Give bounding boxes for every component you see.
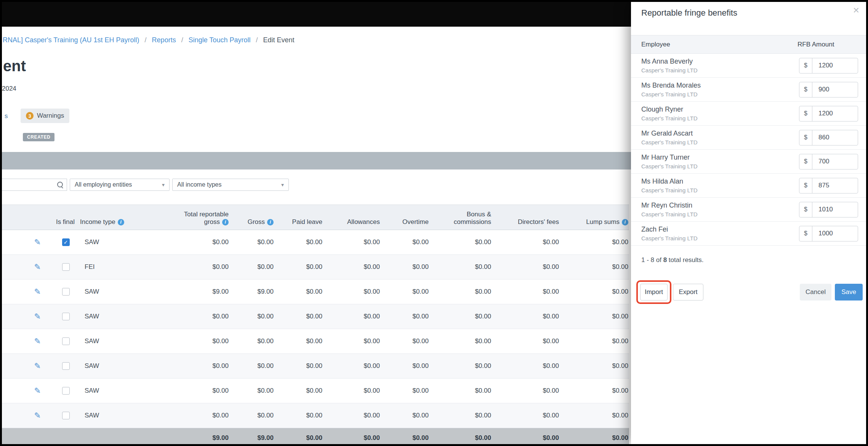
rfb-amount-input[interactable]: [812, 226, 858, 241]
rfb-employee-row: Zach Fei Casper's Training LTD $: [631, 222, 866, 246]
import-button[interactable]: Import: [640, 284, 668, 301]
info-icon[interactable]: i: [118, 219, 124, 225]
rfb-amount-input[interactable]: [812, 178, 858, 193]
income-type-cell: SAW: [80, 230, 149, 255]
results-summary: 1 - 8 of 8 total results.: [641, 256, 704, 264]
income-types-dropdown[interactable]: All income types ▾: [172, 179, 289, 191]
paid-leave-cell: $0.00: [274, 230, 323, 255]
breadcrumb-stp-link[interactable]: Single Touch Payroll: [189, 36, 251, 44]
is-final-checkbox[interactable]: ✓: [62, 313, 70, 320]
rfb-employee-row: Ms Hilda Alan Casper's Training LTD $: [631, 174, 866, 198]
gross-total: $9.00: [229, 428, 274, 444]
edit-pencil-icon[interactable]: ✎: [34, 337, 41, 345]
chevron-down-icon: ▾: [281, 182, 284, 188]
rfb-amount-input[interactable]: [812, 154, 858, 169]
bonus-commissions-cell: $0.00: [429, 304, 492, 329]
edit-pencil-icon[interactable]: ✎: [34, 287, 41, 296]
top-nav-bar: [2, 2, 631, 27]
edit-pencil-icon[interactable]: ✎: [34, 238, 41, 246]
is-final-checkbox[interactable]: ✓: [62, 238, 70, 246]
search-input[interactable]: [2, 179, 56, 191]
employee-company: Casper's Training LTD: [641, 115, 698, 121]
rfb-amount-input-group: $: [799, 82, 858, 98]
cancel-button[interactable]: Cancel: [800, 284, 831, 301]
paid-leave-cell: $0.00: [274, 403, 323, 428]
overtime-cell: $0.00: [381, 280, 429, 304]
close-icon[interactable]: ×: [853, 4, 859, 16]
rfb-employee-row: Ms Brenda Morales Casper's Training LTD …: [631, 78, 866, 102]
info-icon[interactable]: i: [222, 219, 229, 225]
employee-company: Casper's Training LTD: [641, 91, 701, 98]
column-header-directors-fees: Directors' fees: [492, 205, 560, 230]
tab-warnings[interactable]: 3 Warnings: [21, 109, 69, 123]
rfb-amount-input[interactable]: [812, 58, 858, 73]
bonus-commissions-cell: $0.00: [429, 329, 492, 354]
is-final-checkbox[interactable]: ✓: [62, 263, 70, 271]
info-icon[interactable]: i: [267, 219, 274, 225]
employee-payrun-row: ✎ ✓ SAW $0.00 $0.00 $0.00 $0.00 $0.00 $0…: [2, 403, 629, 428]
column-header-lump-sums: Lump sumsi: [560, 205, 629, 230]
page-title-fragment: ent: [3, 58, 26, 75]
column-header-paid-leave: Paid leave: [274, 205, 323, 230]
directors-fees-total: $0.00: [492, 428, 560, 444]
panel-title: Reportable fringe benefits: [641, 8, 737, 18]
paid-leave-cell: $0.00: [274, 304, 323, 329]
edit-pencil-icon[interactable]: ✎: [34, 312, 41, 321]
lump-sums-cell: $0.00: [560, 280, 629, 304]
employing-entities-dropdown[interactable]: All employing entities ▾: [70, 179, 170, 191]
column-header-employee: Employee: [641, 41, 670, 48]
rfb-amount-input[interactable]: [812, 202, 858, 217]
currency-prefix: $: [799, 130, 812, 145]
edit-pencil-icon[interactable]: ✎: [34, 262, 41, 271]
column-header-allowances: Allowances: [323, 205, 381, 230]
gross-cell: $0.00: [229, 329, 274, 354]
employee-search-box: [2, 179, 67, 191]
employee-payrun-row: ✎ ✓ FEI $0.00 $0.00 $0.00 $0.00 $0.00 $0…: [2, 255, 629, 280]
bonus-commissions-cell: $0.00: [429, 255, 492, 280]
gross-cell: $0.00: [229, 304, 274, 329]
tab-warnings-label: Warnings: [37, 112, 64, 120]
breadcrumb-business-link[interactable]: RNAL] Casper's Training (AU 1st EH Payro…: [3, 36, 139, 44]
employee-company: Casper's Training LTD: [641, 187, 698, 193]
total-reportable-gross-cell: $0.00: [149, 354, 229, 379]
bonus-commissions-cell: $0.00: [429, 230, 492, 255]
lump-sums-cell: $0.00: [560, 230, 629, 255]
income-type-cell: SAW: [80, 403, 149, 428]
employee-payrun-row: ✎ ✓ SAW $0.00 $0.00 $0.00 $0.00 $0.00 $0…: [2, 230, 629, 255]
event-date-fragment: 2024: [2, 85, 16, 93]
totals-row: $9.00 $9.00 $0.00 $0.00 $0.00 $0.00 $0.0…: [2, 428, 629, 444]
edit-pencil-icon[interactable]: ✎: [34, 411, 41, 420]
rfb-amount-input[interactable]: [812, 130, 858, 145]
income-type-cell: SAW: [80, 379, 149, 403]
gross-cell: $0.00: [229, 230, 274, 255]
rfb-amount-input[interactable]: [812, 106, 858, 121]
employee-payrun-row: ✎ ✓ SAW $0.00 $0.00 $0.00 $0.00 $0.00 $0…: [2, 354, 629, 379]
rfb-employee-row: Ms Anna Beverly Casper's Training LTD $: [631, 54, 866, 78]
employee-name: Mr Gerald Ascart: [641, 129, 698, 137]
currency-prefix: $: [799, 202, 812, 217]
is-final-checkbox[interactable]: ✓: [62, 288, 70, 296]
export-button[interactable]: Export: [673, 284, 703, 301]
is-final-checkbox[interactable]: ✓: [62, 337, 70, 345]
is-final-checkbox[interactable]: ✓: [62, 387, 70, 395]
gross-cell: $0.00: [229, 354, 274, 379]
edit-pencil-icon[interactable]: ✎: [34, 361, 41, 370]
save-button[interactable]: Save: [835, 284, 863, 301]
is-final-checkbox[interactable]: ✓: [62, 362, 70, 370]
currency-prefix: $: [799, 106, 812, 121]
lump-sums-cell: $0.00: [560, 379, 629, 403]
info-icon[interactable]: i: [622, 219, 628, 225]
rfb-amount-input-group: $: [799, 226, 858, 241]
chevron-down-icon: ▾: [162, 182, 165, 188]
currency-prefix: $: [799, 82, 812, 97]
column-header-income-type: Income typei: [80, 205, 149, 230]
breadcrumb-separator: /: [145, 36, 147, 44]
breadcrumb-reports-link[interactable]: Reports: [152, 36, 176, 44]
gross-cell: $9.00: [229, 280, 274, 304]
rfb-amount-input[interactable]: [812, 82, 858, 97]
tab-partial[interactable]: s: [5, 112, 8, 120]
is-final-checkbox[interactable]: ✓: [62, 412, 70, 419]
edit-pencil-icon[interactable]: ✎: [34, 386, 41, 395]
column-header-total-reportable-gross: Total reportable grossi: [149, 205, 229, 230]
directors-fees-cell: $0.00: [492, 403, 560, 428]
